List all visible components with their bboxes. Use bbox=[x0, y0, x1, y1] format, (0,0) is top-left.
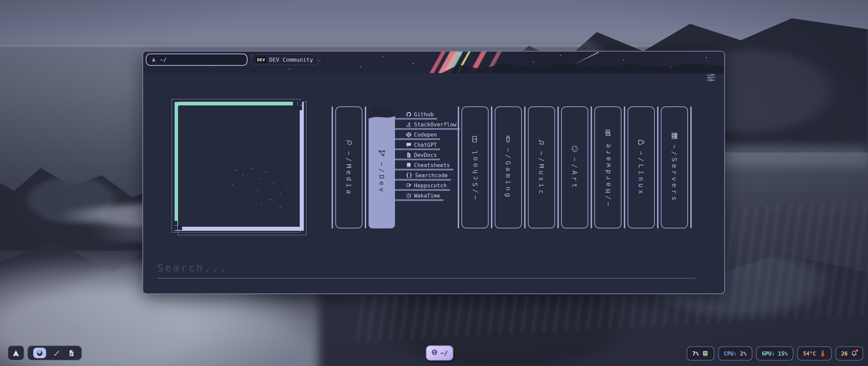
open-book-icon bbox=[471, 135, 479, 143]
shelf-divider bbox=[557, 106, 559, 228]
links-panel: GithubStackOverflowCodepenChatGPTDevDocs… bbox=[395, 106, 455, 228]
book-label: ~/Linux bbox=[637, 139, 645, 196]
link-github[interactable]: Github bbox=[395, 111, 437, 120]
book-label: ~/Art bbox=[571, 145, 579, 190]
link-codepen[interactable]: Codepen bbox=[395, 131, 440, 140]
book-label: ~/Music bbox=[537, 139, 546, 196]
status-label: GPU: bbox=[762, 350, 775, 357]
book-school[interactable]: ~/School bbox=[461, 106, 489, 228]
shelf-divider bbox=[624, 106, 625, 228]
artwork-image bbox=[178, 105, 300, 227]
gamepad-icon bbox=[505, 135, 512, 143]
link-label: Hoppscotch bbox=[414, 182, 447, 189]
artwork-sparkles bbox=[178, 105, 179, 106]
link-label: WakaTime bbox=[414, 192, 440, 199]
link-label: Searchcode bbox=[415, 172, 448, 179]
artwork-border bbox=[175, 102, 304, 231]
server-rack-icon bbox=[671, 132, 678, 140]
book-label: ~/Hardware bbox=[604, 129, 612, 206]
book-label: ~/Servers bbox=[670, 132, 678, 203]
book-art[interactable]: ~/Art bbox=[561, 106, 588, 228]
browser-logo-icon bbox=[151, 57, 157, 63]
book-label-text: ~/Linux bbox=[637, 151, 645, 196]
link-label: DevDocs bbox=[414, 152, 437, 158]
bell-wrap bbox=[851, 350, 857, 357]
shelf-divider bbox=[491, 106, 492, 228]
banner-stars bbox=[143, 52, 144, 53]
book-label: ~/School bbox=[471, 135, 479, 199]
book-linux[interactable]: ~/Linux bbox=[628, 106, 655, 228]
link-hoppscotch[interactable]: Hoppscotch bbox=[395, 182, 450, 191]
tux-icon bbox=[637, 139, 645, 146]
book-spine-dev[interactable]: ~/Dev bbox=[369, 106, 395, 228]
link-label: ChatGPT bbox=[414, 142, 437, 148]
notification-dot bbox=[856, 349, 858, 352]
book-label-text: ~/School bbox=[471, 148, 479, 199]
link-label: StackOverflow bbox=[414, 121, 456, 128]
link-chatgpt[interactable]: ChatGPT bbox=[395, 142, 440, 150]
book-label-text: ~/Music bbox=[537, 151, 546, 196]
browser-window: ~/ DEV DEV Community ~/Media~/DevGithubS… bbox=[142, 51, 725, 294]
frame-corner-square bbox=[298, 106, 302, 110]
status-notifications[interactable]: 26 bbox=[835, 346, 863, 361]
frame-corner-square bbox=[178, 226, 182, 230]
link-cheatsheets[interactable]: Cheatsheets bbox=[395, 162, 453, 170]
book-music[interactable]: ~/Music bbox=[528, 106, 555, 228]
status-gpu: GPU:15% bbox=[756, 346, 793, 361]
frame-corner-square bbox=[173, 226, 177, 230]
status-value: 2% bbox=[740, 350, 747, 357]
link-devdocs[interactable]: DevDocs bbox=[395, 152, 440, 160]
status-label: CPU: bbox=[724, 350, 737, 357]
dock bbox=[27, 345, 82, 361]
launcher-button[interactable] bbox=[7, 345, 24, 361]
clock-icon bbox=[406, 193, 412, 199]
frame-corner-square bbox=[173, 221, 177, 225]
link-searchcode[interactable]: {}Searchcode bbox=[395, 172, 451, 181]
dock-item-paint[interactable] bbox=[52, 349, 61, 358]
tab-dev-community[interactable]: DEV DEV Community bbox=[251, 54, 318, 65]
shelf-divider bbox=[365, 106, 366, 228]
dock-item-firefox[interactable] bbox=[33, 348, 46, 358]
status-widgets: 7%CPU:2%GPU:15%54°C26 bbox=[687, 346, 863, 361]
braces-icon: {} bbox=[406, 172, 413, 178]
book-hardware[interactable]: ~/Hardware bbox=[594, 106, 622, 228]
book-label-text: ~/Servers bbox=[670, 145, 678, 203]
link-label: Cheatsheets bbox=[414, 162, 450, 168]
book-servers[interactable]: ~/Servers bbox=[661, 106, 688, 228]
git-branch-icon bbox=[378, 149, 386, 157]
github-icon bbox=[406, 111, 412, 117]
book-label-text: ~/Hardware bbox=[604, 141, 612, 206]
status-value: 54°C bbox=[803, 350, 816, 357]
document-icon bbox=[406, 152, 412, 158]
dock-item-notes[interactable] bbox=[67, 349, 76, 358]
codepen-icon bbox=[406, 132, 412, 138]
status-cpu: CPU:2% bbox=[718, 346, 752, 361]
url-text: ~/ bbox=[160, 57, 166, 63]
status-value: 7% bbox=[692, 350, 699, 357]
focused-window-pill[interactable]: ~/ bbox=[426, 345, 453, 361]
link-wakatime[interactable]: WakaTime bbox=[395, 192, 443, 201]
shelf-divider bbox=[690, 106, 692, 228]
book-label-text: ~/Art bbox=[571, 158, 579, 190]
bookshelf: ~/Media~/DevGithubStackOverflowCodepenCh… bbox=[332, 106, 692, 228]
status-value: 26 bbox=[841, 350, 848, 357]
status-temp: 54°C bbox=[797, 346, 832, 361]
focused-window-label: ~/ bbox=[440, 349, 448, 357]
book-icon bbox=[406, 162, 412, 168]
music-note-icon bbox=[538, 139, 545, 146]
sliders-icon[interactable] bbox=[706, 73, 716, 83]
link-label: Github bbox=[414, 111, 434, 118]
book-label: ~/Dev bbox=[378, 149, 386, 194]
external-box-icon bbox=[406, 183, 412, 188]
book-media[interactable]: ~/Media bbox=[335, 106, 362, 228]
frame-corner-square bbox=[298, 101, 302, 105]
book-label-text: ~/Media bbox=[345, 151, 353, 196]
search-input[interactable] bbox=[157, 258, 695, 279]
link-stackoverflow[interactable]: StackOverflow bbox=[395, 121, 460, 130]
url-bar[interactable]: ~/ bbox=[146, 54, 248, 66]
book-gaming[interactable]: ~/Gaming bbox=[495, 106, 522, 228]
firefox-icon bbox=[36, 349, 43, 357]
shelf-divider bbox=[524, 106, 526, 228]
shelf-divider bbox=[591, 106, 592, 228]
ram-icon bbox=[702, 350, 709, 357]
